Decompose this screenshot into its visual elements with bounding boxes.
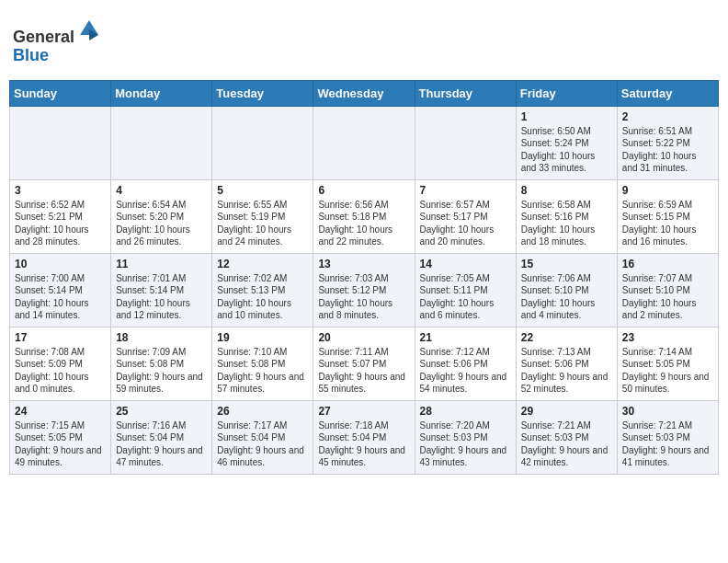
calendar-cell: 17Sunrise: 7:08 AM Sunset: 5:09 PM Dayli…: [10, 327, 111, 400]
day-number: 24: [15, 405, 106, 418]
calendar-cell: 3Sunrise: 6:52 AM Sunset: 5:21 PM Daylig…: [10, 179, 111, 253]
day-number: 10: [15, 258, 106, 270]
day-info: Sunrise: 7:17 AM Sunset: 5:04 PM Dayligh…: [217, 419, 308, 469]
day-number: 22: [521, 331, 612, 344]
calendar-cell: [10, 106, 111, 179]
day-info: Sunrise: 7:09 AM Sunset: 5:08 PM Dayligh…: [116, 346, 207, 396]
day-number: 27: [318, 405, 409, 418]
week-row-3: 10Sunrise: 7:00 AM Sunset: 5:14 PM Dayli…: [10, 253, 719, 327]
day-info: Sunrise: 6:57 AM Sunset: 5:17 PM Dayligh…: [420, 199, 511, 248]
day-info: Sunrise: 7:21 AM Sunset: 5:03 PM Dayligh…: [521, 419, 612, 469]
day-number: 20: [318, 331, 409, 344]
day-info: Sunrise: 6:52 AM Sunset: 5:21 PM Dayligh…: [15, 199, 106, 248]
day-number: 3: [15, 184, 106, 197]
day-number: 19: [217, 331, 308, 344]
day-info: Sunrise: 6:55 AM Sunset: 5:19 PM Dayligh…: [217, 199, 308, 248]
calendar-cell: 8Sunrise: 6:58 AM Sunset: 5:16 PM Daylig…: [516, 179, 617, 253]
calendar-cell: 7Sunrise: 6:57 AM Sunset: 5:17 PM Daylig…: [415, 179, 516, 253]
weekday-header-thursday: Thursday: [415, 80, 516, 106]
logo-icon: [76, 17, 102, 42]
day-info: Sunrise: 7:18 AM Sunset: 5:04 PM Dayligh…: [318, 419, 409, 469]
calendar-cell: 27Sunrise: 7:18 AM Sunset: 5:04 PM Dayli…: [313, 400, 415, 474]
calendar-cell: 22Sunrise: 7:13 AM Sunset: 5:06 PM Dayli…: [516, 327, 617, 400]
calendar-cell: [212, 106, 313, 179]
day-info: Sunrise: 6:50 AM Sunset: 5:24 PM Dayligh…: [521, 125, 612, 175]
day-number: 16: [622, 258, 713, 270]
calendar-cell: 26Sunrise: 7:17 AM Sunset: 5:04 PM Dayli…: [212, 400, 313, 474]
day-number: 15: [521, 258, 612, 270]
calendar-cell: 15Sunrise: 7:06 AM Sunset: 5:10 PM Dayli…: [516, 253, 617, 327]
day-number: 9: [622, 184, 713, 197]
day-info: Sunrise: 7:02 AM Sunset: 5:13 PM Dayligh…: [217, 272, 308, 322]
week-row-2: 3Sunrise: 6:52 AM Sunset: 5:21 PM Daylig…: [10, 179, 719, 253]
day-number: 1: [521, 110, 612, 123]
day-info: Sunrise: 6:56 AM Sunset: 5:18 PM Dayligh…: [318, 199, 409, 248]
day-info: Sunrise: 7:05 AM Sunset: 5:11 PM Dayligh…: [420, 272, 511, 322]
day-number: 8: [521, 184, 612, 197]
weekday-header-saturday: Saturday: [617, 80, 718, 106]
day-number: 13: [318, 258, 409, 270]
day-info: Sunrise: 7:07 AM Sunset: 5:10 PM Dayligh…: [622, 272, 713, 322]
calendar-cell: 29Sunrise: 7:21 AM Sunset: 5:03 PM Dayli…: [516, 400, 617, 474]
day-number: 26: [217, 405, 308, 418]
day-info: Sunrise: 6:54 AM Sunset: 5:20 PM Dayligh…: [116, 199, 207, 248]
day-number: 30: [622, 405, 713, 418]
day-number: 2: [622, 110, 713, 123]
day-info: Sunrise: 7:11 AM Sunset: 5:07 PM Dayligh…: [318, 346, 409, 396]
calendar-cell: 25Sunrise: 7:16 AM Sunset: 5:04 PM Dayli…: [111, 400, 212, 474]
calendar-cell: 10Sunrise: 7:00 AM Sunset: 5:14 PM Dayli…: [10, 253, 111, 327]
calendar-cell: 19Sunrise: 7:10 AM Sunset: 5:08 PM Dayli…: [212, 327, 313, 400]
day-info: Sunrise: 7:08 AM Sunset: 5:09 PM Dayligh…: [15, 346, 106, 396]
calendar-cell: 4Sunrise: 6:54 AM Sunset: 5:20 PM Daylig…: [111, 179, 212, 253]
calendar-table: SundayMondayTuesdayWednesdayThursdayFrid…: [9, 80, 719, 475]
calendar-cell: 30Sunrise: 7:21 AM Sunset: 5:03 PM Dayli…: [617, 400, 718, 474]
day-number: 11: [116, 258, 207, 270]
calendar-cell: 2Sunrise: 6:51 AM Sunset: 5:22 PM Daylig…: [617, 106, 718, 179]
calendar-cell: 21Sunrise: 7:12 AM Sunset: 5:06 PM Dayli…: [415, 327, 516, 400]
day-info: Sunrise: 6:51 AM Sunset: 5:22 PM Dayligh…: [622, 125, 713, 175]
day-info: Sunrise: 7:12 AM Sunset: 5:06 PM Dayligh…: [420, 346, 511, 396]
calendar-cell: 23Sunrise: 7:14 AM Sunset: 5:05 PM Dayli…: [617, 327, 718, 400]
day-info: Sunrise: 7:21 AM Sunset: 5:03 PM Dayligh…: [622, 419, 713, 469]
calendar-cell: 5Sunrise: 6:55 AM Sunset: 5:19 PM Daylig…: [212, 179, 313, 253]
week-row-5: 24Sunrise: 7:15 AM Sunset: 5:05 PM Dayli…: [10, 400, 719, 474]
day-info: Sunrise: 7:06 AM Sunset: 5:10 PM Dayligh…: [521, 272, 612, 322]
day-info: Sunrise: 7:13 AM Sunset: 5:06 PM Dayligh…: [521, 346, 612, 396]
day-info: Sunrise: 7:00 AM Sunset: 5:14 PM Dayligh…: [15, 272, 106, 322]
calendar-cell: [111, 106, 212, 179]
day-info: Sunrise: 6:58 AM Sunset: 5:16 PM Dayligh…: [521, 199, 612, 248]
day-number: 5: [217, 184, 308, 197]
calendar-cell: 11Sunrise: 7:01 AM Sunset: 5:14 PM Dayli…: [111, 253, 212, 327]
calendar-cell: 28Sunrise: 7:20 AM Sunset: 5:03 PM Dayli…: [415, 400, 516, 474]
day-number: 14: [420, 258, 511, 270]
calendar-cell: 24Sunrise: 7:15 AM Sunset: 5:05 PM Dayli…: [10, 400, 111, 474]
day-number: 28: [420, 405, 511, 418]
day-info: Sunrise: 7:03 AM Sunset: 5:12 PM Dayligh…: [318, 272, 409, 322]
weekday-header-sunday: Sunday: [10, 80, 111, 106]
calendar-cell: 14Sunrise: 7:05 AM Sunset: 5:11 PM Dayli…: [415, 253, 516, 327]
weekday-header-tuesday: Tuesday: [212, 80, 313, 106]
day-number: 4: [116, 184, 207, 197]
day-number: 23: [622, 331, 713, 344]
day-info: Sunrise: 7:14 AM Sunset: 5:05 PM Dayligh…: [622, 346, 713, 396]
day-number: 29: [521, 405, 612, 418]
day-number: 17: [15, 331, 106, 344]
day-number: 18: [116, 331, 207, 344]
page-header: General Blue: [9, 9, 719, 73]
weekday-header-friday: Friday: [516, 80, 617, 106]
logo-blue: Blue: [13, 46, 49, 64]
day-info: Sunrise: 6:59 AM Sunset: 5:15 PM Dayligh…: [622, 199, 713, 248]
logo: General Blue: [13, 17, 102, 65]
weekday-header-wednesday: Wednesday: [313, 80, 415, 106]
week-row-1: 1Sunrise: 6:50 AM Sunset: 5:24 PM Daylig…: [10, 106, 719, 179]
calendar-cell: 6Sunrise: 6:56 AM Sunset: 5:18 PM Daylig…: [313, 179, 415, 253]
weekday-header-monday: Monday: [111, 80, 212, 106]
weekday-header-row: SundayMondayTuesdayWednesdayThursdayFrid…: [10, 80, 719, 106]
day-info: Sunrise: 7:15 AM Sunset: 5:05 PM Dayligh…: [15, 419, 106, 469]
day-number: 6: [318, 184, 409, 197]
calendar-cell: 18Sunrise: 7:09 AM Sunset: 5:08 PM Dayli…: [111, 327, 212, 400]
logo-general: General: [13, 28, 74, 46]
calendar-cell: 20Sunrise: 7:11 AM Sunset: 5:07 PM Dayli…: [313, 327, 415, 400]
day-info: Sunrise: 7:10 AM Sunset: 5:08 PM Dayligh…: [217, 346, 308, 396]
calendar-cell: [415, 106, 516, 179]
